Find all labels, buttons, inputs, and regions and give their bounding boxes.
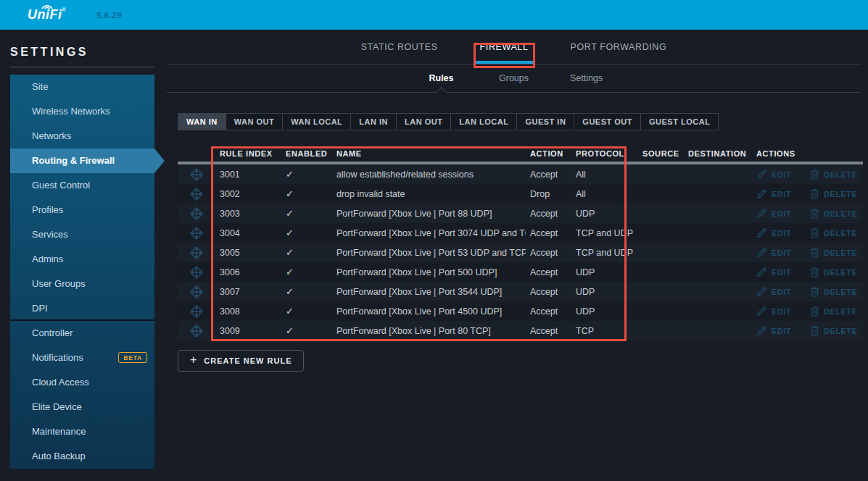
ruleset-tab-guest-out[interactable]: GUEST OUT bbox=[574, 113, 641, 130]
drag-move-icon bbox=[190, 207, 203, 220]
ruleset-tab-lan-out[interactable]: LAN OUT bbox=[396, 113, 451, 130]
edit-button[interactable]: EDIT bbox=[756, 208, 791, 219]
cell-name: PortForward [Xbox Live | Port 3544 UDP] bbox=[332, 287, 526, 297]
pencil-icon bbox=[756, 208, 767, 219]
cell-actions: EDITDELETE bbox=[752, 325, 863, 336]
delete-label: DELETE bbox=[824, 170, 857, 179]
trash-icon bbox=[810, 306, 819, 317]
edit-button[interactable]: EDIT bbox=[756, 325, 791, 336]
edit-button[interactable]: EDIT bbox=[756, 227, 791, 238]
drag-handle[interactable] bbox=[178, 227, 215, 240]
enabled-checkmark-icon: ✓ bbox=[281, 227, 332, 238]
ruleset-tab-guest-local[interactable]: GUEST LOCAL bbox=[640, 113, 719, 130]
edit-button[interactable]: EDIT bbox=[756, 267, 791, 277]
subtab-groups[interactable]: Groups bbox=[478, 64, 550, 92]
sidebar-item-site[interactable]: Site bbox=[10, 75, 154, 99]
cell-action: Accept bbox=[526, 209, 571, 219]
cell-actions: EDITDELETE bbox=[752, 227, 863, 238]
table-row: 3003✓PortForward [Xbox Live | Port 88 UD… bbox=[178, 204, 863, 223]
ruleset-tab-wan-in[interactable]: WAN IN bbox=[178, 113, 226, 130]
table-header-row: RULE INDEX ENABLED NAME ACTION PROTOCOL … bbox=[178, 145, 863, 162]
delete-button[interactable]: DELETE bbox=[810, 247, 857, 258]
firewall-subtabs: RulesGroupsSettings bbox=[167, 64, 861, 93]
tab-firewall[interactable]: FIREWALL bbox=[474, 30, 534, 64]
tab-port-forwarding[interactable]: PORT FORWARDING bbox=[564, 30, 672, 64]
sidebar-item-cloud-access[interactable]: Cloud Access bbox=[10, 370, 154, 395]
sidebar-item-notifications[interactable]: NotificationsBETA bbox=[10, 346, 154, 370]
sidebar-item-admins[interactable]: Admins bbox=[10, 247, 154, 272]
sidebar-item-networks[interactable]: Networks bbox=[10, 124, 154, 149]
cell-actions: EDITDELETE bbox=[752, 247, 863, 258]
cell-protocol: TCP and UDP bbox=[571, 228, 638, 238]
drag-handle[interactable] bbox=[178, 188, 215, 201]
sidebar-item-maintenance[interactable]: Maintenance bbox=[10, 419, 154, 444]
sidebar-item-auto-backup[interactable]: Auto Backup bbox=[10, 444, 154, 469]
ruleset-tab-wan-out[interactable]: WAN OUT bbox=[226, 113, 283, 130]
delete-button[interactable]: DELETE bbox=[810, 227, 857, 238]
sidebar-item-guest-control[interactable]: Guest Control bbox=[10, 173, 154, 198]
delete-button[interactable]: DELETE bbox=[810, 188, 857, 199]
brand-text: UniFi bbox=[28, 7, 62, 22]
delete-button[interactable]: DELETE bbox=[810, 169, 857, 180]
ruleset-tab-lan-local[interactable]: LAN LOCAL bbox=[450, 113, 517, 130]
cell-actions: EDITDELETE bbox=[752, 306, 863, 317]
drag-handle[interactable] bbox=[178, 266, 215, 279]
cell-name: PortForward [Xbox Live | Port 80 TCP] bbox=[332, 326, 526, 336]
edit-button[interactable]: EDIT bbox=[756, 247, 791, 258]
drag-handle[interactable] bbox=[178, 168, 215, 181]
cell-protocol: UDP bbox=[571, 287, 638, 297]
sidebar-item-elite-device[interactable]: Elite Device bbox=[10, 395, 154, 419]
cell-rule-index: 3003 bbox=[215, 209, 281, 219]
trash-icon bbox=[810, 169, 819, 180]
sidebar-item-profiles[interactable]: Profiles bbox=[10, 198, 154, 222]
ruleset-tab-guest-in[interactable]: GUEST IN bbox=[516, 113, 574, 130]
edit-button[interactable]: EDIT bbox=[756, 306, 791, 317]
cell-protocol: UDP bbox=[571, 209, 638, 219]
edit-button[interactable]: EDIT bbox=[756, 169, 791, 180]
sidebar-item-dpi[interactable]: DPI bbox=[10, 296, 154, 321]
delete-button[interactable]: DELETE bbox=[810, 267, 857, 277]
create-new-rule-button[interactable]: + CREATE NEW RULE bbox=[178, 350, 304, 372]
delete-button[interactable]: DELETE bbox=[810, 325, 857, 336]
edit-button[interactable]: EDIT bbox=[756, 188, 791, 199]
edit-button[interactable]: EDIT bbox=[756, 286, 791, 297]
column-header-protocol: PROTOCOL bbox=[571, 149, 638, 158]
sidebar-nav: SiteWireless NetworksNetworksRouting & F… bbox=[10, 75, 154, 469]
drag-move-icon bbox=[190, 246, 203, 259]
main-panel: STATIC ROUTESFIREWALLPORT FORWARDING Rul… bbox=[174, 30, 868, 481]
sidebar-item-services[interactable]: Services bbox=[10, 222, 154, 247]
drag-handle[interactable] bbox=[178, 305, 215, 318]
cell-protocol: All bbox=[571, 170, 638, 180]
delete-button[interactable]: DELETE bbox=[810, 306, 857, 317]
table-row: 3006✓PortForward [Xbox Live | Port 500 U… bbox=[178, 262, 863, 282]
enabled-checkmark-icon: ✓ bbox=[281, 188, 332, 199]
ruleset-tab-wan-local[interactable]: WAN LOCAL bbox=[282, 113, 351, 130]
pencil-icon bbox=[756, 227, 767, 238]
delete-button[interactable]: DELETE bbox=[810, 286, 857, 297]
tab-static-routes[interactable]: STATIC ROUTES bbox=[355, 30, 444, 64]
drag-handle[interactable] bbox=[178, 207, 215, 220]
subtab-settings[interactable]: Settings bbox=[550, 64, 623, 92]
subtab-rules[interactable]: Rules bbox=[405, 64, 478, 92]
sidebar-item-label: User Groups bbox=[32, 278, 86, 289]
drag-move-icon bbox=[190, 325, 203, 338]
cell-name: PortForward [Xbox Live | Port 500 UDP] bbox=[332, 267, 526, 277]
sidebar-item-controller[interactable]: Controller bbox=[10, 321, 154, 346]
delete-button[interactable]: DELETE bbox=[810, 208, 857, 219]
sidebar-item-wireless-networks[interactable]: Wireless Networks bbox=[10, 99, 154, 124]
delete-label: DELETE bbox=[824, 288, 857, 296]
drag-handle[interactable] bbox=[178, 285, 215, 298]
column-header-actions: ACTIONS bbox=[752, 149, 863, 158]
cell-actions: EDITDELETE bbox=[752, 169, 863, 180]
sidebar-item-user-groups[interactable]: User Groups bbox=[10, 272, 154, 296]
drag-handle[interactable] bbox=[178, 246, 215, 259]
drag-handle[interactable] bbox=[178, 325, 215, 338]
cell-name: allow established/related sessions bbox=[332, 170, 526, 180]
cell-name: PortForward [Xbox Live | Port 53 UDP and… bbox=[332, 248, 526, 258]
sidebar-item-routing-firewall[interactable]: Routing & Firewall bbox=[10, 149, 154, 173]
sidebar-item-label: Site bbox=[32, 81, 48, 92]
drag-move-icon bbox=[190, 168, 203, 181]
pencil-icon bbox=[756, 325, 767, 336]
drag-move-icon bbox=[190, 188, 203, 201]
ruleset-tab-lan-in[interactable]: LAN IN bbox=[350, 113, 397, 130]
